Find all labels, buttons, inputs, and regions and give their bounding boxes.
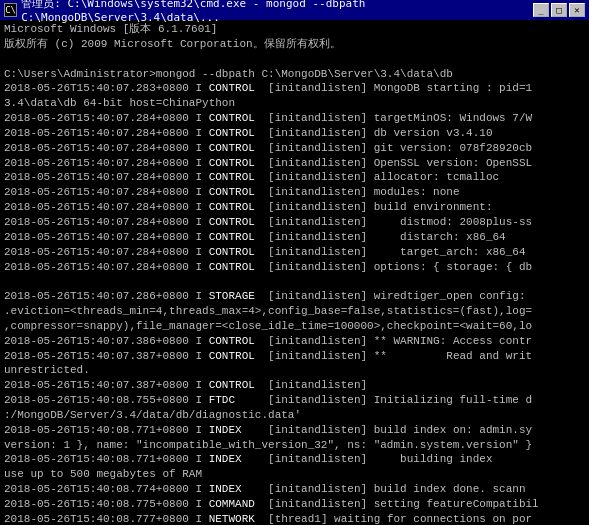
console-line: 2018-05-26T15:40:07.284+0800 I CONTROL [… bbox=[4, 215, 585, 230]
console-line: version: 1 }, name: "incompatible_with_v… bbox=[4, 438, 585, 453]
console-line: 2018-05-26T15:40:07.284+0800 I CONTROL [… bbox=[4, 111, 585, 126]
console-line: 2018-05-26T15:40:07.284+0800 I CONTROL [… bbox=[4, 170, 585, 185]
console-line: 2018-05-26T15:40:07.283+0800 I CONTROL [… bbox=[4, 81, 585, 96]
console-output: Microsoft Windows [版本 6.1.7601]版权所有 (c) … bbox=[0, 20, 589, 525]
console-line: 2018-05-26T15:40:07.284+0800 I CONTROL [… bbox=[4, 200, 585, 215]
console-line: 2018-05-26T15:40:08.777+0800 I NETWORK [… bbox=[4, 512, 585, 525]
console-line: 2018-05-26T15:40:08.774+0800 I INDEX [in… bbox=[4, 482, 585, 497]
console-line bbox=[4, 274, 585, 289]
console-line: 2018-05-26T15:40:07.386+0800 I CONTROL [… bbox=[4, 334, 585, 349]
console-line: 2018-05-26T15:40:07.387+0800 I CONTROL [… bbox=[4, 378, 585, 393]
console-line: 2018-05-26T15:40:08.775+0800 I COMMAND [… bbox=[4, 497, 585, 512]
console-line bbox=[4, 52, 585, 67]
console-line: .eviction=<threads_min=4,threads_max=4>,… bbox=[4, 304, 585, 319]
console-line: use up to 500 megabytes of RAM bbox=[4, 467, 585, 482]
title-bar-left: C\ 管理员: C:\Windows\system32\cmd.exe - mo… bbox=[4, 0, 533, 24]
console-line: 2018-05-26T15:40:08.771+0800 I INDEX [in… bbox=[4, 452, 585, 467]
console-line: 2018-05-26T15:40:07.284+0800 I CONTROL [… bbox=[4, 260, 585, 275]
window-icon: C\ bbox=[4, 3, 17, 17]
console-line: unrestricted. bbox=[4, 363, 585, 378]
console-line: Microsoft Windows [版本 6.1.7601] bbox=[4, 22, 585, 37]
console-line: C:\Users\Administrator>mongod --dbpath C… bbox=[4, 67, 585, 82]
console-line: :/MongoDB/Server/3.4/data/db/diagnostic.… bbox=[4, 408, 585, 423]
console-line: 2018-05-26T15:40:08.755+0800 I FTDC [ini… bbox=[4, 393, 585, 408]
console-line: 2018-05-26T15:40:07.284+0800 I CONTROL [… bbox=[4, 126, 585, 141]
console-line: 版权所有 (c) 2009 Microsoft Corporation。保留所有… bbox=[4, 37, 585, 52]
console-line: 2018-05-26T15:40:08.771+0800 I INDEX [in… bbox=[4, 423, 585, 438]
window-title: 管理员: C:\Windows\system32\cmd.exe - mongo… bbox=[21, 0, 533, 24]
console-line: 3.4\data\db 64-bit host=ChinaPython bbox=[4, 96, 585, 111]
close-button[interactable]: ✕ bbox=[569, 3, 585, 17]
console-line: 2018-05-26T15:40:07.284+0800 I CONTROL [… bbox=[4, 185, 585, 200]
minimize-button[interactable]: _ bbox=[533, 3, 549, 17]
title-bar-controls: _ □ ✕ bbox=[533, 3, 585, 17]
console-line: 2018-05-26T15:40:07.286+0800 I STORAGE [… bbox=[4, 289, 585, 304]
console-line: 2018-05-26T15:40:07.284+0800 I CONTROL [… bbox=[4, 230, 585, 245]
title-bar: C\ 管理员: C:\Windows\system32\cmd.exe - mo… bbox=[0, 0, 589, 20]
console-line: 2018-05-26T15:40:07.284+0800 I CONTROL [… bbox=[4, 141, 585, 156]
console-line: 2018-05-26T15:40:07.284+0800 I CONTROL [… bbox=[4, 245, 585, 260]
console-line: 2018-05-26T15:40:07.387+0800 I CONTROL [… bbox=[4, 349, 585, 364]
console-line: ,compressor=snappy),file_manager=<close_… bbox=[4, 319, 585, 334]
console-line: 2018-05-26T15:40:07.284+0800 I CONTROL [… bbox=[4, 156, 585, 171]
maximize-button[interactable]: □ bbox=[551, 3, 567, 17]
